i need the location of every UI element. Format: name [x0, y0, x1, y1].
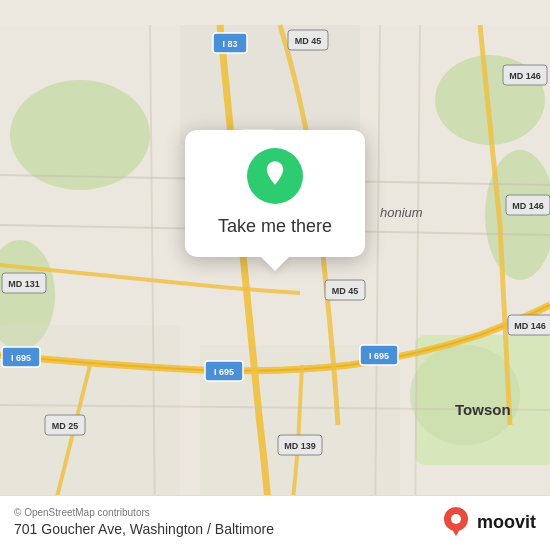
popup-pin-circle [247, 148, 303, 204]
svg-text:MD 131: MD 131 [8, 279, 40, 289]
svg-text:I 695: I 695 [11, 353, 31, 363]
svg-text:I 83: I 83 [222, 39, 237, 49]
svg-marker-53 [450, 526, 462, 536]
svg-text:MD 146: MD 146 [512, 201, 544, 211]
svg-point-11 [410, 345, 520, 445]
address-text: 701 Goucher Ave, Washington / Baltimore [14, 521, 274, 537]
svg-text:MD 139: MD 139 [284, 441, 316, 451]
svg-point-52 [451, 514, 461, 524]
svg-rect-12 [180, 25, 360, 145]
svg-text:MD 45: MD 45 [332, 286, 359, 296]
svg-text:MD 146: MD 146 [509, 71, 541, 81]
svg-text:I 695: I 695 [369, 351, 389, 361]
moovit-icon [440, 506, 472, 538]
svg-text:Towson: Towson [455, 401, 511, 418]
svg-text:I 695: I 695 [214, 367, 234, 377]
copyright-text: © OpenStreetMap contributors [14, 507, 274, 518]
svg-text:MD 146: MD 146 [514, 321, 546, 331]
moovit-name: moovit [477, 512, 536, 533]
take-me-there-button[interactable]: Take me there [218, 216, 332, 237]
svg-point-6 [10, 80, 150, 190]
moovit-logo: moovit [440, 506, 536, 538]
location-pin-icon [261, 159, 289, 194]
map-container: I 83 I 83 MD 45 MD 45 MD 146 MD 146 MD 1… [0, 0, 550, 550]
svg-text:MD 45: MD 45 [295, 36, 322, 46]
popup-card: Take me there [185, 130, 365, 257]
bottom-bar: © OpenStreetMap contributors 701 Goucher… [0, 495, 550, 550]
address-section: © OpenStreetMap contributors 701 Goucher… [14, 507, 274, 537]
svg-text:honium: honium [380, 205, 423, 220]
svg-text:MD 25: MD 25 [52, 421, 79, 431]
map-roads: I 83 I 83 MD 45 MD 45 MD 146 MD 146 MD 1… [0, 0, 550, 550]
